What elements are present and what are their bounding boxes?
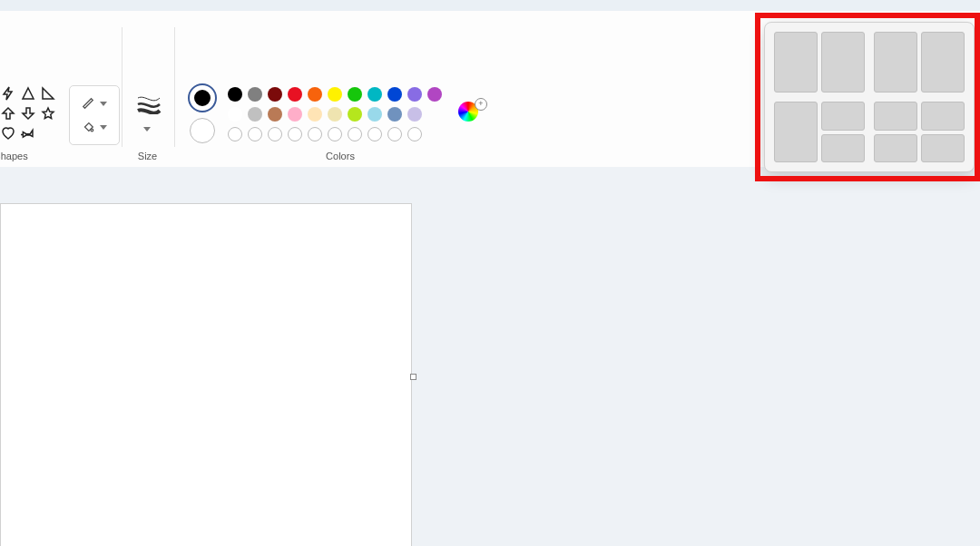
color-swatch[interactable]: [328, 107, 342, 122]
fill-dropdown[interactable]: [82, 121, 107, 133]
color-swatch[interactable]: [407, 87, 422, 102]
right-triangle-icon[interactable]: [40, 85, 56, 102]
chevron-down-icon: [100, 125, 107, 130]
color-palette: [228, 87, 442, 141]
color-swatch[interactable]: [288, 107, 302, 122]
color-swatch[interactable]: [268, 127, 282, 141]
triangle-icon[interactable]: [20, 85, 36, 102]
color-swatch[interactable]: [427, 87, 442, 102]
color-swatch[interactable]: [288, 87, 302, 102]
color-swatch[interactable]: [228, 127, 242, 141]
snap-layouts-popup: [764, 22, 975, 172]
color-swatch[interactable]: [308, 107, 322, 122]
shapes-group: Shapes: [0, 11, 54, 167]
color-swatch[interactable]: [228, 87, 242, 102]
color-swatch[interactable]: [348, 107, 362, 122]
chevron-down-icon: [100, 102, 107, 106]
outline-dropdown[interactable]: [82, 97, 107, 110]
svg-point-0: [91, 129, 93, 132]
snap-layout-option[interactable]: [774, 32, 865, 93]
color-swatch[interactable]: [328, 87, 342, 102]
color-swatch[interactable]: [368, 127, 382, 141]
color-swatch[interactable]: [248, 87, 262, 102]
color-swatch[interactable]: [288, 127, 302, 141]
size-label: Size: [122, 151, 172, 161]
color-swatch[interactable]: [387, 87, 402, 102]
lightning-icon[interactable]: [0, 85, 16, 102]
color-swatch[interactable]: [248, 107, 262, 122]
color-swatch[interactable]: [248, 127, 262, 141]
color-swatch[interactable]: [407, 107, 422, 122]
colors-group: + Colors: [177, 11, 504, 167]
color-swatch[interactable]: [328, 127, 342, 141]
color-swatch[interactable]: [268, 87, 282, 102]
title-bar: [0, 0, 980, 11]
color-swatch[interactable]: [368, 87, 382, 102]
pin-icon[interactable]: [20, 125, 36, 141]
star-icon[interactable]: [40, 105, 56, 122]
snap-layout-option[interactable]: [774, 102, 865, 162]
color-swatch[interactable]: [348, 127, 362, 141]
color-swatch[interactable]: [228, 107, 242, 122]
color-swatch[interactable]: [387, 107, 402, 122]
chevron-down-icon: [143, 127, 151, 132]
color-swatch[interactable]: [348, 87, 362, 102]
heart-icon[interactable]: [0, 125, 16, 141]
size-group: Size: [122, 11, 172, 167]
arrow-up-icon[interactable]: [0, 105, 16, 122]
color-swatch[interactable]: [387, 127, 402, 141]
shape-gallery[interactable]: [0, 85, 56, 141]
snap-layout-option[interactable]: [874, 102, 965, 162]
color-swatch[interactable]: [407, 127, 422, 141]
colors-label: Colors: [177, 151, 504, 161]
color2-swatch[interactable]: [190, 118, 215, 143]
resize-handle-right[interactable]: [410, 374, 416, 380]
snap-layout-option[interactable]: [874, 32, 965, 93]
shape-options-group: [64, 11, 116, 167]
arrow-down-icon[interactable]: [20, 105, 36, 122]
color-swatch[interactable]: [308, 127, 322, 141]
canvas[interactable]: [0, 203, 412, 546]
color-swatch[interactable]: [268, 107, 282, 122]
size-button[interactable]: [133, 89, 164, 120]
blank-shape: [40, 125, 56, 141]
shape-options-box: [69, 85, 120, 145]
color-swatch[interactable]: [308, 87, 322, 102]
workspace: [0, 167, 980, 546]
shapes-label: Shapes: [0, 151, 54, 161]
plus-icon: +: [475, 98, 487, 111]
separator: [174, 27, 175, 147]
color-swatch[interactable]: [368, 107, 382, 122]
color1-swatch[interactable]: [190, 85, 215, 111]
